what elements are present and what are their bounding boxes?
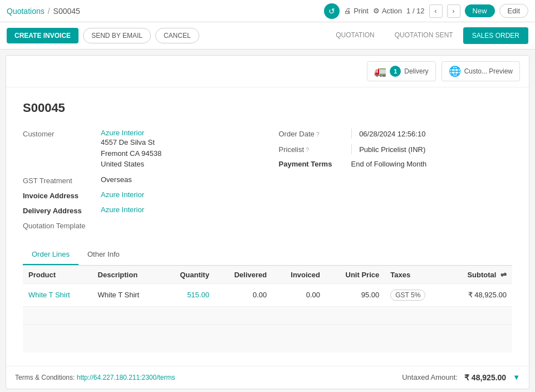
printer-icon: 🖨	[344, 7, 351, 15]
tab-order-lines[interactable]: Order Lines	[23, 244, 78, 265]
nav-next-button[interactable]: ›	[447, 4, 460, 18]
sync-button[interactable]: ↺	[324, 3, 340, 19]
address-line3: United States	[101, 159, 161, 170]
tab-sales-order[interactable]: SALES ORDER	[463, 27, 528, 44]
delivered-cell: 0.00	[215, 283, 272, 306]
document-card: 🚛 1 Delivery 🌐 Custo... Preview S00045 C…	[6, 55, 529, 389]
form-body: S00045 Customer Azure Interior 4557 De S…	[6, 87, 529, 366]
nav-prev-button[interactable]: ‹	[429, 4, 443, 18]
preview-label: Custo... Preview	[464, 67, 513, 75]
delivery-count: 1	[390, 66, 401, 77]
col-unit-price: Unit Price	[326, 266, 385, 283]
fields-grid: Customer Azure Interior 4557 De Silva St…	[23, 129, 512, 236]
invoice-address-value[interactable]: Azure Interior	[101, 190, 144, 199]
right-fields: Order Date? 06/28/2024 12:56:10 Pricelis…	[268, 129, 513, 236]
customer-field-row: Customer Azure Interior 4557 De Silva St…	[23, 129, 268, 170]
gst-value: Overseas	[101, 175, 132, 184]
gst-field-row: GST Treatment Overseas	[23, 175, 268, 185]
terms-label: Terms & Conditions:	[15, 374, 75, 381]
customer-label: Customer	[23, 129, 101, 138]
print-button[interactable]: 🖨 Print	[344, 7, 369, 15]
tab-quotation-sent[interactable]: QUOTATION SENT	[385, 27, 463, 45]
payment-terms-label: Payment Terms	[279, 160, 346, 168]
invoice-address-field-row: Invoice Address Azure Interior	[23, 190, 268, 200]
breadcrumb-separator: /	[48, 7, 50, 16]
top-bar: Quotations / S00045 ↺ 🖨 Print ⚙ Action 1…	[0, 0, 535, 22]
order-lines-table: Product Description Quantity Delivered I…	[23, 266, 512, 352]
delivery-address-value[interactable]: Azure Interior	[101, 205, 144, 214]
quantity-cell[interactable]: 515.00	[161, 283, 215, 306]
action-button[interactable]: ⚙ Action	[373, 7, 402, 15]
empty-row-1	[23, 306, 512, 324]
empty-area	[23, 325, 512, 352]
order-date-value: 06/28/2024 12:56:10	[359, 130, 425, 138]
quotation-template-field-row: Quotation Template	[23, 220, 268, 230]
pricelist-label: Pricelist?	[279, 145, 346, 154]
breadcrumb: Quotations / S00045	[7, 7, 318, 16]
delivery-address-field-row: Delivery Address Azure Interior	[23, 205, 268, 215]
create-invoice-button[interactable]: CREATE INVOICE	[7, 28, 78, 43]
unit-price-cell: 95.00	[326, 283, 385, 306]
edit-button[interactable]: Edit	[499, 4, 528, 18]
untaxed-amount-value: ₹ 48,925.00	[464, 373, 506, 382]
footer-row: Terms & Conditions: http://64.227.180.21…	[6, 366, 529, 389]
delivery-address-label: Delivery Address	[23, 205, 101, 215]
taxes-cell: GST 5%	[385, 283, 445, 306]
nav-counter: 1 / 12	[406, 7, 425, 15]
untaxed-amount-label: Untaxed Amount:	[402, 373, 458, 381]
table-row: White T Shirt White T Shirt 515.00 0.00 …	[23, 283, 512, 306]
expand-icon[interactable]: ▼	[513, 373, 520, 381]
totals-section: Untaxed Amount: ₹ 48,925.00 ▼	[402, 373, 520, 382]
status-tabs: QUOTATION QUOTATION SENT SALES ORDER	[326, 27, 528, 45]
tabs: Order Lines Other Info	[23, 244, 512, 266]
payment-terms-row: Payment Terms End of Following Month	[279, 160, 513, 168]
product-cell[interactable]: White T Shirt	[23, 283, 92, 306]
description-cell: White T Shirt	[92, 283, 162, 306]
customer-value: Azure Interior 4557 De Silva St Fremont …	[101, 129, 161, 170]
gear-icon: ⚙	[373, 7, 380, 15]
breadcrumb-parent[interactable]: Quotations	[7, 7, 45, 16]
main-content: 🚛 1 Delivery 🌐 Custo... Preview S00045 C…	[0, 50, 535, 392]
col-quantity: Quantity	[161, 266, 215, 283]
pricelist-help-icon: ?	[306, 146, 309, 153]
address-line1: 4557 De Silva St	[101, 137, 161, 148]
address-line2: Fremont CA 94538	[101, 148, 161, 159]
customer-name[interactable]: Azure Interior	[101, 129, 161, 137]
settings-icon[interactable]: ⇌	[500, 271, 507, 279]
invoiced-cell: 0.00	[272, 283, 326, 306]
quotation-template-label: Quotation Template	[23, 220, 101, 230]
delivery-label: Delivery	[404, 67, 428, 75]
tab-other-info[interactable]: Other Info	[78, 244, 129, 265]
pricelist-value: Public Pricelist (INR)	[359, 145, 425, 154]
col-delivered: Delivered	[215, 266, 272, 283]
cancel-button[interactable]: CANCEL	[155, 28, 199, 43]
customer-address: 4557 De Silva St Fremont CA 94538 United…	[101, 137, 161, 170]
terms-text: Terms & Conditions: http://64.227.180.21…	[15, 374, 175, 381]
gst-badge: GST 5%	[390, 290, 425, 301]
col-subtotal: Subtotal ⇌	[446, 266, 512, 283]
subtotal-cell: ₹ 48,925.00	[446, 283, 512, 306]
col-description: Description	[92, 266, 162, 283]
breadcrumb-current: S00045	[53, 7, 80, 16]
terms-link[interactable]: http://64.227.180.211:2300/terms	[77, 374, 175, 381]
action-label: Action	[382, 7, 402, 15]
top-bar-actions: ↺ 🖨 Print ⚙ Action 1 / 12 ‹ › New Edit	[324, 3, 528, 19]
col-invoiced: Invoiced	[272, 266, 326, 283]
order-date-label: Order Date?	[279, 130, 346, 138]
order-date-row: Order Date? 06/28/2024 12:56:10	[279, 129, 513, 139]
delivery-smart-button[interactable]: 🚛 1 Delivery	[367, 61, 435, 81]
tab-quotation[interactable]: QUOTATION	[326, 27, 385, 45]
action-bar: CREATE INVOICE SEND BY EMAIL CANCEL QUOT…	[0, 22, 535, 50]
order-lines: Product Description Quantity Delivered I…	[23, 266, 512, 325]
left-fields: Customer Azure Interior 4557 De Silva St…	[23, 129, 268, 236]
new-button[interactable]: New	[465, 4, 495, 17]
invoice-address-label: Invoice Address	[23, 190, 101, 200]
order-date-help-icon: ?	[316, 131, 320, 138]
payment-terms-value: End of Following Month	[351, 160, 427, 168]
print-label: Print	[354, 7, 369, 15]
send-by-email-button[interactable]: SEND BY EMAIL	[83, 28, 151, 43]
gst-label: GST Treatment	[23, 175, 101, 185]
pricelist-row: Pricelist? Public Pricelist (INR)	[279, 144, 513, 154]
preview-smart-button[interactable]: 🌐 Custo... Preview	[441, 61, 520, 81]
smart-buttons-row: 🚛 1 Delivery 🌐 Custo... Preview	[6, 56, 529, 87]
